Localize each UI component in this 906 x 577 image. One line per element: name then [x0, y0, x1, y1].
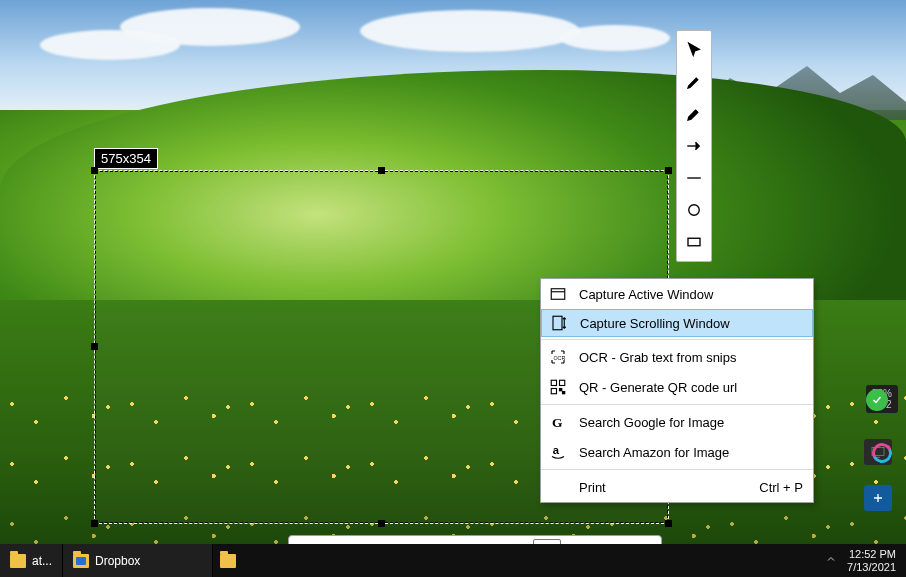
dropbox-folder-icon	[73, 554, 89, 568]
svg-rect-9	[563, 392, 565, 394]
menu-search-amazon[interactable]: a Search Amazon for Image	[541, 437, 813, 467]
svg-rect-2	[551, 289, 565, 300]
svg-text:G: G	[552, 415, 563, 430]
menu-item-shortcut: Ctrl + P	[759, 480, 803, 495]
menu-separator	[541, 404, 813, 405]
menu-search-google[interactable]: G Search Google for Image	[541, 407, 813, 437]
menu-item-label: Search Google for Image	[579, 415, 803, 430]
resize-handle-bottom-left[interactable]	[91, 520, 98, 527]
resize-handle-top-right[interactable]	[665, 167, 672, 174]
svg-text:OCR: OCR	[554, 355, 566, 361]
status-ok-widget[interactable]	[866, 389, 888, 411]
resize-handle-top-mid[interactable]	[378, 167, 385, 174]
line-tool-button[interactable]	[679, 162, 709, 194]
taskbar-app-label: Dropbox	[95, 554, 140, 568]
svg-rect-8	[560, 389, 562, 391]
annotation-toolbar	[676, 30, 712, 262]
window-icon	[547, 285, 569, 303]
taskbar-app-thumb[interactable]	[213, 554, 243, 568]
amazon-icon: a	[547, 443, 569, 461]
google-icon: G	[547, 413, 569, 431]
menu-item-label: Print	[579, 480, 749, 495]
svg-text:a: a	[553, 444, 560, 456]
rectangle-tool-button[interactable]	[679, 226, 709, 258]
resize-handle-mid-left[interactable]	[91, 343, 98, 350]
menu-item-label: OCR - Grab text from snips	[579, 350, 803, 365]
clock-time: 12:52 PM	[849, 548, 896, 561]
menu-print[interactable]: Print Ctrl + P	[541, 472, 813, 502]
arrow-tool-button[interactable]	[679, 130, 709, 162]
pen-tool-button[interactable]	[679, 66, 709, 98]
highlighter-tool-button[interactable]	[679, 98, 709, 130]
svg-rect-7	[551, 389, 556, 394]
svg-rect-3	[553, 316, 562, 330]
svg-rect-6	[560, 380, 565, 385]
menu-item-label: Search Amazon for Image	[579, 445, 803, 460]
clock-date: 7/13/2021	[847, 561, 896, 574]
ocr-icon: OCR	[547, 348, 569, 366]
add-desktop-button[interactable]	[864, 485, 892, 511]
menu-item-label: Capture Active Window	[579, 287, 803, 302]
scroll-window-icon	[548, 314, 570, 332]
system-tray: 12:52 PM 7/13/2021	[815, 548, 906, 574]
menu-item-label: QR - Generate QR code url	[579, 380, 803, 395]
tray-overflow-button[interactable]	[825, 553, 837, 568]
selection-dimensions-label: 575x354	[94, 148, 158, 169]
svg-rect-5	[551, 380, 556, 385]
svg-point-0	[689, 205, 700, 216]
qr-icon	[547, 378, 569, 396]
svg-rect-1	[688, 238, 700, 246]
menu-item-label: Capture Scrolling Window	[580, 316, 802, 331]
taskbar-app-label: at...	[32, 554, 52, 568]
resize-handle-bottom-mid[interactable]	[378, 520, 385, 527]
resize-handle-top-left[interactable]	[91, 167, 98, 174]
capture-context-menu: Capture Active Window Capture Scrolling …	[540, 278, 814, 503]
taskbar: at... Dropbox 12:52 PM 7/13/2021	[0, 544, 906, 577]
taskbar-app-explorer[interactable]: at...	[0, 544, 63, 577]
menu-ocr[interactable]: OCR OCR - Grab text from snips	[541, 342, 813, 372]
taskbar-app-dropbox[interactable]: Dropbox	[63, 544, 213, 577]
menu-capture-scrolling-window[interactable]: Capture Scrolling Window	[541, 309, 813, 337]
menu-qr[interactable]: QR - Generate QR code url	[541, 372, 813, 402]
resize-handle-bottom-right[interactable]	[665, 520, 672, 527]
menu-separator	[541, 339, 813, 340]
ellipse-tool-button[interactable]	[679, 194, 709, 226]
tray-clock[interactable]: 12:52 PM 7/13/2021	[847, 548, 896, 574]
menu-capture-active-window[interactable]: Capture Active Window	[541, 279, 813, 309]
folder-icon	[220, 554, 236, 568]
menu-separator	[541, 469, 813, 470]
cursor-tool-button[interactable]	[679, 34, 709, 66]
folder-icon	[10, 554, 26, 568]
